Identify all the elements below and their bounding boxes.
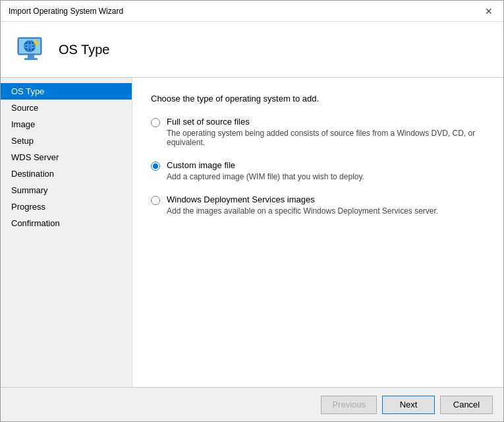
sidebar-item-destination[interactable]: Destination <box>1 166 132 182</box>
sidebar-item-os-type[interactable]: OS Type <box>1 83 132 100</box>
wizard-window: Import Operating System Wizard ✕ OS Type… <box>0 0 504 422</box>
option-3-text: Windows Deployment Services images Add t… <box>167 195 438 216</box>
sidebar-item-source[interactable]: Source <box>1 100 132 116</box>
sidebar: OS Type Source Image Setup WDS Server De… <box>1 78 132 387</box>
instruction-text: Choose the type of operating system to a… <box>151 94 485 104</box>
option-3-label[interactable]: Windows Deployment Services images <box>167 195 438 204</box>
sidebar-item-confirmation[interactable]: Confirmation <box>1 215 132 231</box>
sidebar-item-progress[interactable]: Progress <box>1 198 132 215</box>
svg-rect-3 <box>24 58 38 60</box>
radio-1-container[interactable] <box>151 118 160 129</box>
wizard-icon <box>14 32 48 67</box>
option-1-text: Full set of source files The operating s… <box>167 117 485 147</box>
sidebar-item-wds-server[interactable]: WDS Server <box>1 149 132 166</box>
cancel-button[interactable]: Cancel <box>440 396 493 414</box>
radio-3-container[interactable] <box>151 196 160 207</box>
option-1-label[interactable]: Full set of source files <box>167 117 485 127</box>
sidebar-item-setup[interactable]: Setup <box>1 133 132 149</box>
close-button[interactable]: ✕ <box>482 5 495 18</box>
svg-rect-2 <box>28 55 34 58</box>
radio-custom-image[interactable] <box>151 162 160 171</box>
option-item-3: Windows Deployment Services images Add t… <box>151 195 485 216</box>
option-2-text: Custom image file Add a captured image (… <box>167 160 364 181</box>
radio-full-source[interactable] <box>151 118 160 127</box>
radio-2-container[interactable] <box>151 162 160 173</box>
wizard-header: OS Type <box>1 22 503 78</box>
footer: Previous Next Cancel <box>1 387 503 421</box>
sidebar-item-summary[interactable]: Summary <box>1 182 132 198</box>
option-3-desc: Add the images available on a specific W… <box>167 206 438 216</box>
title-bar: Import Operating System Wizard ✕ <box>1 1 503 22</box>
options-group: Full set of source files The operating s… <box>151 117 485 216</box>
page-title: OS Type <box>59 42 109 57</box>
option-1-desc: The operating system being added consist… <box>167 129 485 147</box>
option-2-label[interactable]: Custom image file <box>167 160 364 170</box>
content-area: OS Type Source Image Setup WDS Server De… <box>1 78 503 387</box>
radio-wds-images[interactable] <box>151 196 160 205</box>
next-button[interactable]: Next <box>382 396 435 414</box>
window-title: Import Operating System Wizard <box>9 7 123 16</box>
previous-button[interactable]: Previous <box>321 396 377 414</box>
option-item-2: Custom image file Add a captured image (… <box>151 160 485 181</box>
option-2-desc: Add a captured image (WIM file) that you… <box>167 172 364 181</box>
option-item-1: Full set of source files The operating s… <box>151 117 485 147</box>
main-panel: Choose the type of operating system to a… <box>132 78 503 387</box>
sidebar-item-image[interactable]: Image <box>1 116 132 133</box>
